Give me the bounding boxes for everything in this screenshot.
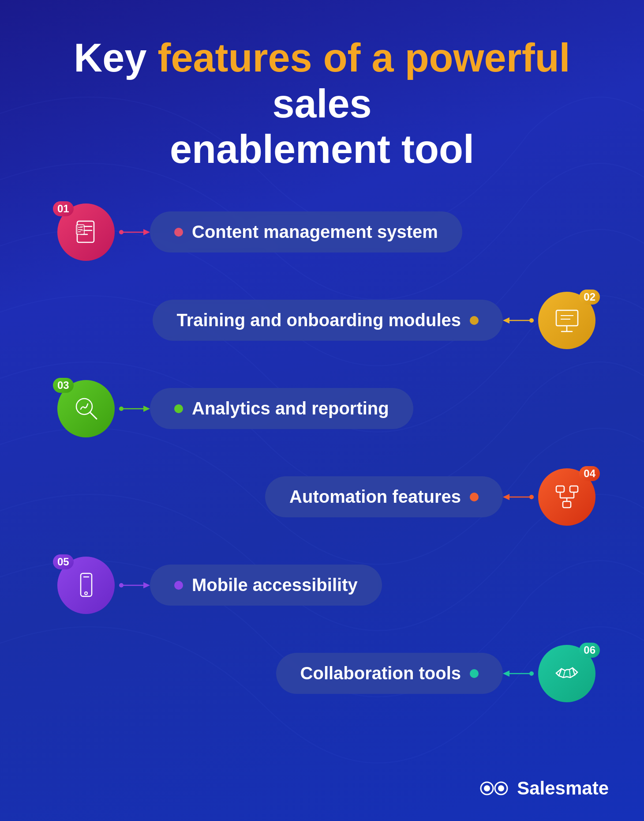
features-list: 01 xyxy=(0,199,644,720)
feature-2-label: Training and onboarding modules xyxy=(153,300,503,341)
feature-row-1: 01 xyxy=(26,199,618,265)
feature-1-text: Content management system xyxy=(192,222,438,242)
automation-icon xyxy=(553,482,581,511)
salesmate-logo-icon xyxy=(479,780,510,797)
feature-3-connector xyxy=(119,402,150,415)
svg-rect-24 xyxy=(556,486,564,492)
feature-2-icon-group: 02 xyxy=(534,290,600,351)
svg-point-43 xyxy=(529,671,534,676)
feature-1-icon-group: 01 xyxy=(53,201,119,263)
feature-5-number: 05 xyxy=(53,554,74,569)
svg-point-34 xyxy=(529,495,534,499)
mobile-icon xyxy=(72,571,101,599)
svg-rect-25 xyxy=(570,486,578,492)
svg-rect-26 xyxy=(563,501,571,508)
svg-marker-17 xyxy=(503,317,509,324)
handshake-icon xyxy=(553,659,581,688)
feature-5-icon-group: 05 xyxy=(53,554,119,616)
feature-2-connector xyxy=(503,314,534,327)
salesmate-logo-text: Salesmate xyxy=(517,778,609,799)
feature-4-dot xyxy=(470,493,479,501)
analytics-icon xyxy=(72,394,101,423)
feature-6-icon-group: 06 xyxy=(534,643,600,704)
svg-marker-39 xyxy=(143,582,150,588)
feature-6-dot xyxy=(470,669,479,678)
svg-line-20 xyxy=(90,413,97,419)
feature-row-4: 04 xyxy=(26,464,618,530)
feature-5-text: Mobile accessibility xyxy=(192,575,358,595)
svg-point-37 xyxy=(85,592,87,595)
feature-2-dot xyxy=(470,316,479,325)
svg-marker-42 xyxy=(503,670,509,677)
presentation-icon xyxy=(553,306,581,335)
svg-point-45 xyxy=(484,785,490,791)
svg-point-23 xyxy=(119,407,124,411)
feature-3-number: 03 xyxy=(53,378,74,393)
title-section: Key features of a powerful sales enablem… xyxy=(0,0,644,199)
svg-marker-33 xyxy=(503,494,509,500)
feature-2-text: Training and onboarding modules xyxy=(177,310,461,330)
feature-5-dot xyxy=(174,581,183,590)
svg-point-19 xyxy=(76,399,92,414)
svg-rect-11 xyxy=(556,310,578,326)
feature-1-dot xyxy=(174,228,183,237)
feature-row-2: 02 Training and onboarding modul xyxy=(26,287,618,354)
document-icon xyxy=(72,218,101,246)
feature-1-connector xyxy=(119,226,150,239)
feature-1-label: Content management system xyxy=(150,211,462,252)
feature-row-6: 06 Collaboration tool xyxy=(26,640,618,707)
feature-4-text: Automation features xyxy=(289,487,461,507)
feature-4-icon-group: 04 xyxy=(534,466,600,528)
feature-4-connector xyxy=(503,490,534,504)
svg-marker-9 xyxy=(143,229,150,235)
feature-6-connector xyxy=(503,667,534,680)
svg-point-47 xyxy=(498,785,504,791)
feature-1-number: 01 xyxy=(53,201,74,216)
svg-point-40 xyxy=(119,583,124,588)
svg-point-10 xyxy=(119,230,124,234)
feature-3-icon-group: 03 xyxy=(53,378,119,440)
feature-5-label: Mobile accessibility xyxy=(150,565,382,606)
feature-3-text: Analytics and reporting xyxy=(192,399,389,418)
feature-6-text: Collaboration tools xyxy=(300,663,461,683)
svg-marker-22 xyxy=(143,406,150,412)
feature-3-dot xyxy=(174,404,183,413)
svg-point-18 xyxy=(529,318,534,323)
feature-6-label: Collaboration tools xyxy=(276,653,503,694)
main-title: Key features of a powerful sales enablem… xyxy=(44,35,600,173)
feature-row-5: 05 Mobile accessibility xyxy=(26,552,618,618)
feature-4-label: Automation features xyxy=(265,476,503,517)
feature-2-number: 02 xyxy=(579,290,600,305)
feature-3-label: Analytics and reporting xyxy=(150,388,413,429)
feature-6-number: 06 xyxy=(579,643,600,658)
feature-5-connector xyxy=(119,579,150,592)
logo-section: Salesmate xyxy=(479,778,609,799)
title-highlight-features: features of a powerful xyxy=(157,36,570,80)
feature-4-number: 04 xyxy=(579,466,600,481)
feature-row-3: 03 Analytics and reporting xyxy=(26,376,618,442)
